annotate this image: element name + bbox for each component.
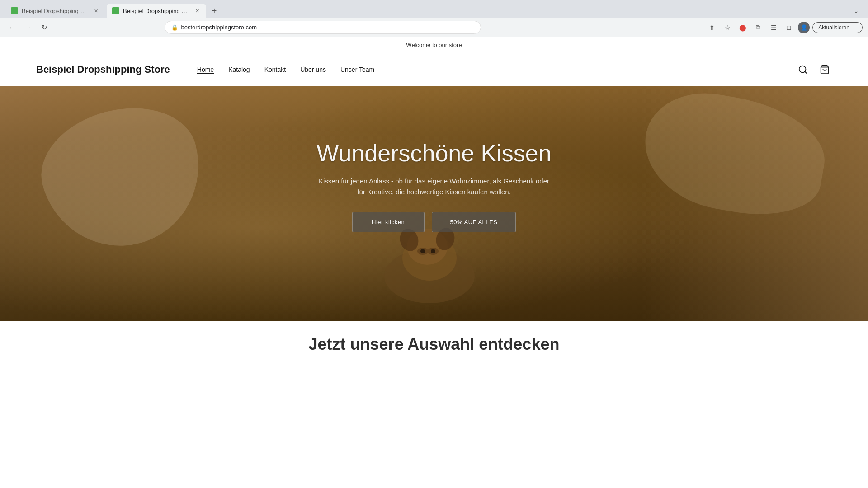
tab-bar: Beispiel Dropshipping Store · ✕ Beispiel… — [0, 0, 868, 18]
share-icon[interactable]: ⬆ — [706, 21, 718, 34]
update-menu-icon: ⋮ — [851, 24, 857, 31]
hero-secondary-button[interactable]: 50% AUF ALLES — [432, 212, 516, 232]
sidebar-icon[interactable]: ⊟ — [783, 21, 795, 34]
tab-close-1[interactable]: ✕ — [92, 7, 99, 14]
tab-favicon-2 — [112, 7, 119, 14]
new-tab-button[interactable]: + — [208, 5, 221, 17]
hero-subtitle: Kissen für jeden Anlass - ob für das eig… — [316, 176, 552, 197]
website-content: Welcome to our store Beispiel Dropshippi… — [0, 37, 868, 354]
search-icon[interactable] — [796, 62, 810, 77]
nav-unser-team[interactable]: Unser Team — [340, 66, 374, 73]
address-bar: ← → ↻ 🔒 besterdropshippingstore.com ⬆ ☆ … — [0, 18, 868, 37]
announcement-bar: Welcome to our store — [0, 37, 868, 53]
browser-actions: ⬆ ☆ ⬤ ⧉ ☰ ⊟ 👤 Aktualisieren ⋮ — [706, 21, 863, 34]
hero-title: Wunderschöne Kissen — [316, 140, 552, 167]
person-right-decor — [642, 86, 868, 321]
site-nav: Home Katalog Kontakt Über uns Unser Team — [197, 66, 374, 73]
below-fold-text: Jetzt unsere Auswahl entdecken — [309, 335, 560, 353]
tab-title-1: Beispiel Dropshipping Store · — [22, 8, 89, 14]
tab-title-2: Beispiel Dropshipping Store — [123, 8, 190, 14]
url-text: besterdropshippingstore.com — [181, 24, 257, 31]
nav-katalog[interactable]: Katalog — [228, 66, 250, 73]
tab-dropdown[interactable]: ⌄ — [850, 5, 863, 17]
header-icons — [796, 62, 832, 77]
update-button[interactable]: Aktualisieren ⋮ — [812, 22, 863, 33]
nav-kontakt[interactable]: Kontakt — [264, 66, 286, 73]
nav-ueber-uns[interactable]: Über uns — [300, 66, 326, 73]
reload-button[interactable]: ↻ — [38, 21, 51, 34]
below-fold-section: Jetzt unsere Auswahl entdecken — [0, 321, 868, 354]
tab-close-2[interactable]: ✕ — [193, 7, 201, 14]
svg-point-0 — [799, 66, 806, 73]
announcement-text: Welcome to our store — [406, 42, 462, 48]
browser-chrome: Beispiel Dropshipping Store · ✕ Beispiel… — [0, 0, 868, 37]
extensions-icon[interactable]: ⧉ — [752, 21, 764, 34]
svg-line-1 — [805, 71, 807, 73]
nav-home[interactable]: Home — [197, 66, 214, 73]
hero-section: Wunderschöne Kissen Kissen für jeden Anl… — [0, 86, 868, 321]
back-button[interactable]: ← — [5, 21, 18, 34]
hero-primary-button[interactable]: Hier klicken — [352, 212, 425, 232]
url-bar[interactable]: 🔒 besterdropshippingstore.com — [165, 21, 481, 34]
site-logo[interactable]: Beispiel Dropshipping Store — [36, 64, 170, 75]
hero-buttons: Hier klicken 50% AUF ALLES — [316, 212, 552, 232]
browser-tab-1[interactable]: Beispiel Dropshipping Store · ✕ — [5, 4, 105, 18]
browser-tab-2[interactable]: Beispiel Dropshipping Store ✕ — [107, 4, 206, 18]
site-header: Beispiel Dropshipping Store Home Katalog… — [0, 53, 868, 86]
cart-icon[interactable] — [817, 62, 832, 77]
tab-favicon-1 — [11, 7, 18, 14]
list-icon[interactable]: ☰ — [767, 21, 780, 34]
security-icon: 🔒 — [171, 24, 178, 31]
profile-button[interactable]: 👤 — [798, 22, 810, 33]
hero-content: Wunderschöne Kissen Kissen für jeden Anl… — [316, 140, 552, 268]
forward-button[interactable]: → — [22, 21, 34, 34]
opera-icon[interactable]: ⬤ — [736, 21, 749, 34]
bookmark-icon[interactable]: ☆ — [721, 21, 734, 34]
